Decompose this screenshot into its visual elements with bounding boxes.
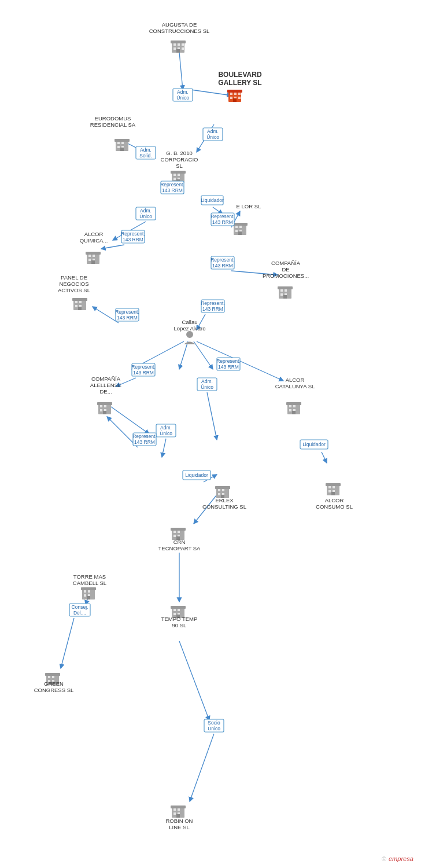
role-consej-del[interactable]: Consej.Del.... — [69, 604, 90, 616]
role-adm-unico-2[interactable]: Adm.Único — [203, 128, 223, 141]
svg-rect-58 — [178, 174, 180, 176]
svg-text:Represent.143 RRM: Represent.143 RRM — [211, 214, 235, 225]
svg-rect-150 — [173, 812, 176, 815]
svg-rect-103 — [292, 411, 296, 414]
building-companialelense[interactable] — [97, 402, 112, 414]
role-represent-8[interactable]: Represent.143 RRM — [216, 358, 241, 370]
svg-rect-113 — [328, 486, 331, 488]
label-gb2010: G. B. 2010CORPORACIOSL — [161, 150, 198, 169]
label-crnTecnopart: CRNTECNOPART SA — [158, 539, 201, 551]
building-boulevard[interactable] — [227, 90, 242, 102]
svg-rect-71 — [88, 255, 91, 257]
svg-rect-68 — [238, 231, 242, 235]
svg-rect-94 — [100, 409, 102, 411]
svg-text:Liquidador: Liquidador — [185, 472, 208, 478]
svg-rect-133 — [171, 606, 186, 609]
svg-rect-128 — [88, 590, 90, 593]
svg-rect-59 — [173, 178, 176, 180]
role-represent-4[interactable]: Represent.143 RRM — [211, 256, 235, 269]
building-panelnegocios[interactable] — [72, 298, 87, 310]
svg-rect-34 — [182, 43, 184, 46]
role-socio-unico[interactable]: SocioÚnico — [204, 719, 224, 732]
svg-text:Represent.143 RRM: Represent.143 RRM — [132, 433, 157, 445]
svg-rect-32 — [173, 43, 176, 46]
svg-rect-54 — [120, 148, 124, 151]
svg-line-9 — [101, 245, 124, 249]
role-represent-9[interactable]: Represent.143 RRM — [132, 433, 157, 446]
label-augusta: AUGUSTA DECONSTRUCCIONES SL — [149, 21, 210, 34]
svg-rect-101 — [289, 409, 291, 411]
svg-text:Represent.143 RRM: Represent.143 RRM — [201, 300, 225, 312]
svg-rect-51 — [121, 142, 124, 144]
label-alcorcatalunya: ALCORCATALUNYA SL — [275, 377, 315, 389]
building-erlexconsulting[interactable] — [215, 486, 230, 498]
svg-rect-142 — [52, 676, 54, 678]
copyright-empresa: empresa — [389, 855, 413, 862]
role-represent-5[interactable]: Represent.143 RRM — [115, 308, 139, 321]
svg-text:Represent.143 RRM: Represent.143 RRM — [211, 257, 235, 269]
svg-rect-129 — [84, 594, 86, 597]
svg-rect-84 — [278, 286, 293, 289]
role-represent-1[interactable]: Represent.143 RRM — [160, 181, 184, 194]
person-callau[interactable] — [184, 331, 195, 344]
label-alcorconsumo: ALCORCONSUMO SL — [316, 497, 353, 510]
svg-rect-106 — [218, 489, 220, 491]
role-adm-unico-5[interactable]: Adm.Único — [156, 424, 176, 437]
svg-rect-31 — [171, 41, 186, 43]
svg-rect-108 — [218, 493, 220, 495]
building-torremas[interactable] — [81, 587, 96, 599]
svg-text:Consej.Del....: Consej.Del.... — [72, 604, 88, 616]
building-alcorquimica[interactable] — [86, 252, 101, 264]
role-adm-solid[interactable]: Adm.Solid. — [136, 146, 156, 159]
svg-line-15 — [194, 341, 213, 369]
svg-text:SocioÚnico: SocioÚnico — [208, 720, 220, 731]
label-panelnegocios: PANEL DENEGOCIOSACTIVOS SL — [58, 274, 90, 293]
svg-text:Adm.Solid.: Adm.Solid. — [139, 147, 152, 159]
role-adm-unico-4[interactable]: Adm.Único — [197, 378, 217, 391]
label-alcorquimica: ALCORQUIMICA... — [80, 231, 108, 244]
role-represent-6[interactable]: Represent.143 RRM — [201, 300, 225, 312]
building-companiapromociones[interactable] — [278, 286, 293, 299]
svg-rect-105 — [215, 486, 230, 489]
building-crntecnopart[interactable] — [171, 528, 186, 540]
svg-rect-64 — [235, 226, 238, 228]
role-liquidador-2[interactable]: Liquidador — [183, 470, 211, 480]
svg-rect-57 — [173, 174, 176, 176]
svg-rect-77 — [72, 298, 87, 301]
svg-rect-33 — [178, 43, 180, 46]
svg-rect-117 — [331, 492, 335, 495]
svg-rect-96 — [103, 411, 106, 414]
svg-rect-66 — [235, 230, 238, 232]
svg-rect-47 — [233, 98, 237, 102]
building-alcorcatalunya[interactable] — [286, 402, 301, 414]
building-augusta[interactable] — [171, 41, 186, 53]
svg-line-14 — [179, 341, 188, 369]
svg-rect-43 — [238, 93, 241, 95]
label-eurodomus: EURODOMUSRESIDENCIAL SA — [90, 115, 136, 128]
svg-rect-56 — [171, 171, 186, 174]
building-robinonline[interactable] — [171, 806, 186, 818]
svg-rect-85 — [280, 289, 283, 292]
svg-rect-119 — [171, 528, 186, 531]
svg-rect-136 — [173, 613, 176, 615]
role-represent-3[interactable]: Represent.143 RRM — [121, 230, 145, 243]
svg-rect-52 — [117, 146, 120, 148]
building-alcorconsumo[interactable] — [326, 483, 341, 495]
svg-line-28 — [190, 734, 214, 801]
svg-rect-134 — [173, 609, 176, 611]
building-elor[interactable] — [232, 223, 248, 235]
role-liquidador-1[interactable]: Liquidador — [201, 196, 224, 205]
role-liquidador-3[interactable]: Liquidador — [300, 440, 328, 449]
svg-rect-38 — [176, 49, 180, 53]
building-eurodomus[interactable] — [115, 139, 130, 151]
svg-line-26 — [61, 618, 74, 668]
role-adm-unico-3[interactable]: Adm.Único — [136, 207, 156, 220]
role-represent-7[interactable]: Represent.143 RRM — [131, 363, 156, 376]
label-tempotemp: TEMPO TEMP90 SL — [161, 616, 198, 628]
role-adm-unico-1[interactable]: Adm.Único — [173, 89, 193, 101]
svg-rect-86 — [285, 289, 287, 292]
role-represent-2[interactable]: Represent.143 RRM — [211, 213, 235, 226]
svg-rect-65 — [239, 226, 242, 228]
label-erlexconsulting: ERLEXCONSULTING SL — [202, 497, 246, 510]
svg-line-29 — [107, 404, 149, 434]
